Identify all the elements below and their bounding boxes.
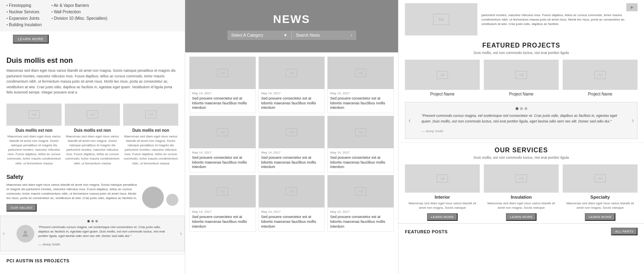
p3-testimonial-author: — Jenny Smith bbox=[421, 129, 443, 133]
service-desc-interior: Maecenas sed diam eget risus varius blan… bbox=[405, 201, 480, 210]
safety-title: Safety bbox=[6, 174, 137, 180]
p3-dot-1[interactable] bbox=[516, 107, 518, 110]
top-text-block: ▶ parturient montes, nascetur ridiculus … bbox=[481, 3, 638, 35]
news-body-3: May 14, 2017 Sed posuere consectetur est… bbox=[328, 89, 394, 113]
featured-header: FEATURED PROJECTS Duis mollis, est non c… bbox=[398, 37, 644, 57]
dot-3[interactable] bbox=[95, 220, 98, 222]
service-btn-insulation[interactable]: LEARN MORE bbox=[506, 213, 537, 221]
news-ad-icon-1: Ad bbox=[217, 69, 228, 77]
card-desc-2: Maecenas sed diam eget risus varius blan… bbox=[65, 134, 120, 166]
service-btn-interior[interactable]: LEARN MORE bbox=[427, 213, 458, 221]
news-ad-icon-3: Ad bbox=[355, 69, 366, 77]
card-1: Ad Duis mollis est non Maecenas sed diam… bbox=[6, 104, 62, 166]
news-card-3[interactable]: Ad May 14, 2017 Sed posuere consectetur … bbox=[327, 56, 394, 113]
project-image-1: Ad bbox=[405, 60, 480, 90]
news-title: NEWS bbox=[273, 13, 310, 26]
card-2: Ad Duis mollis est non Maecenas sed diam… bbox=[65, 104, 120, 166]
hero-text: Maecenas sed diam eget risus varius blan… bbox=[6, 68, 178, 95]
news-card-1[interactable]: Ad May 14, 2017 Sed posuere consectetur … bbox=[189, 56, 256, 113]
news-date-4: May 14, 2017 bbox=[192, 151, 253, 154]
service-insulation: Ad Insulation Maecenas sed diam eget ris… bbox=[484, 164, 559, 221]
safety-section: Safety Maecenas sed diam eget risus vari… bbox=[0, 170, 185, 213]
dot-2[interactable] bbox=[91, 220, 94, 222]
news-image-6: Ad bbox=[328, 116, 394, 148]
news-title-9: Sed posuere consectetur est at lobortis … bbox=[330, 215, 391, 229]
news-image-7: Ad bbox=[190, 175, 256, 208]
card-ad-icon-2: Ad bbox=[87, 110, 98, 118]
p3-testimonial-next-button[interactable]: › bbox=[632, 117, 634, 124]
news-title-4: Sed posuere consectetur est at lobortis … bbox=[192, 156, 253, 170]
testimonial-dots bbox=[17, 220, 168, 222]
nav-item-expansion[interactable]: Expansion Joints bbox=[6, 15, 41, 22]
news-date-9: May 14, 2017 bbox=[330, 210, 391, 214]
p3-testimonial-text: "Present commodo cursus magna, vel scele… bbox=[421, 113, 621, 134]
news-title-3: Sed posuere consectetur est at lobortis … bbox=[330, 96, 391, 110]
news-card-7[interactable]: Ad May 14, 2017 Sed posuere consectetur … bbox=[189, 175, 256, 232]
p3-dot-3[interactable] bbox=[524, 107, 527, 110]
service-interior: Ad Interior Maecenas sed diam eget risus… bbox=[405, 164, 480, 221]
p3-testimonial-prev-button[interactable]: ‹ bbox=[409, 117, 411, 124]
service-btn-specialty[interactable]: LEARN MORE bbox=[585, 213, 616, 221]
our-values-button[interactable]: OUR VALUES bbox=[6, 204, 37, 212]
news-card-9[interactable]: Ad May 14, 2017 Sed posuere consectetur … bbox=[327, 175, 394, 232]
search-input-container[interactable]: Search News › bbox=[291, 31, 356, 40]
nav-item-insulation[interactable]: Building Insulation bbox=[6, 22, 41, 28]
p3-testimonial-dots bbox=[421, 107, 621, 110]
panel-left: Firestopping Nuclear Services Expansion … bbox=[0, 0, 185, 274]
testimonial-inner: "Present commodo cursus magna, vel scele… bbox=[17, 225, 168, 247]
hero-section: Duis mollis est non Maecenas sed diam eg… bbox=[0, 50, 185, 99]
panel-center: NEWS Select A Category ▼ Search News › A… bbox=[185, 0, 398, 274]
safety-circles bbox=[142, 174, 178, 212]
nav-item-div10[interactable]: Division 10 (Misc. Specialties) bbox=[51, 15, 107, 22]
chevron-down-icon: ▼ bbox=[283, 33, 287, 37]
news-image-2: Ad bbox=[259, 57, 325, 89]
nav-item-wall[interactable]: Wall Protection bbox=[51, 9, 107, 15]
news-date-1: May 14, 2017 bbox=[192, 91, 253, 95]
services-subtitle: Duis mollis, est non commodo luctus, nis… bbox=[405, 156, 638, 160]
nav-item-nuclear[interactable]: Nuclear Services bbox=[6, 9, 41, 15]
news-body-2: May 14, 2017 Sed posuere consectetur est… bbox=[259, 89, 325, 113]
news-date-7: May 14, 2017 bbox=[192, 210, 253, 214]
news-ad-icon-9: Ad bbox=[355, 187, 366, 195]
project-card-1[interactable]: Ad Project Name bbox=[405, 60, 480, 96]
news-body-8: May 14, 2017 Sed posuere consectetur est… bbox=[259, 208, 325, 231]
news-title-5: Sed posuere consectetur est at lobortis … bbox=[261, 156, 322, 170]
testimonial-prev-button[interactable]: ‹ bbox=[3, 230, 5, 237]
dot-1[interactable] bbox=[87, 220, 90, 222]
service-desc-specialty: Maecenas sed diam eget risus varius blan… bbox=[563, 201, 638, 210]
category-select[interactable]: Select A Category ▼ bbox=[227, 31, 292, 40]
nav-columns: Firestopping Nuclear Services Expansion … bbox=[0, 0, 185, 31]
project-card-3[interactable]: Ad Project Name bbox=[563, 60, 638, 96]
svg-point-0 bbox=[24, 230, 27, 233]
news-card-6[interactable]: Ad May 14, 2017 Sed posuere consectetur … bbox=[327, 116, 394, 172]
featured-subtitle: Duis mollis, est non commodo luctus, nis… bbox=[405, 51, 638, 55]
news-card-5[interactable]: Ad May 14, 2017 Sed posuere consectetur … bbox=[258, 116, 325, 172]
learn-more-button[interactable]: LEARN MORE bbox=[13, 35, 49, 44]
all-parts-button[interactable]: ALL PARTS bbox=[611, 228, 638, 235]
service-name-specialty: Specialty bbox=[563, 195, 638, 199]
news-date-8: May 14, 2017 bbox=[261, 210, 322, 214]
service-ad-icon-2: Ad bbox=[516, 174, 527, 183]
news-grid: Ad May 14, 2017 Sed posuere consectetur … bbox=[185, 52, 398, 236]
card-image-1: Ad bbox=[6, 104, 62, 126]
nav-item-firestopping[interactable]: Firestopping bbox=[6, 2, 41, 9]
safety-text: Safety Maecenas sed diam eget risus vari… bbox=[6, 174, 137, 212]
service-ad-icon-1: Ad bbox=[437, 174, 448, 183]
news-card-4[interactable]: Ad May 14, 2017 Sed posuere consectetur … bbox=[189, 116, 256, 172]
news-body-1: May 14, 2017 Sed posuere consectetur est… bbox=[190, 89, 256, 113]
nav-item-air[interactable]: Air & Vapor Barriers bbox=[51, 2, 107, 9]
news-card-2[interactable]: Ad May 14, 2017 Sed posuere consectetur … bbox=[258, 56, 325, 113]
news-body-6: May 14, 2017 Sed posuere consectetur est… bbox=[328, 148, 394, 172]
video-play-icon[interactable]: ▶ bbox=[626, 3, 638, 11]
project-card-2[interactable]: Ad Project Name bbox=[484, 60, 559, 96]
news-title-7: Sed posuere consectetur est at lobortis … bbox=[192, 215, 253, 229]
p3-dot-2[interactable] bbox=[520, 107, 523, 110]
news-card-8[interactable]: Ad May 14, 2017 Sed posuere consectetur … bbox=[258, 175, 325, 232]
project-name-1: Project Name bbox=[405, 92, 480, 96]
footer-label: PCI AUSTIN ISS PROJECTS bbox=[0, 254, 185, 267]
top-image: Ad bbox=[405, 3, 477, 35]
hero-title: Duis mollis est non bbox=[6, 56, 178, 65]
card-title-2: Duis mollis est non bbox=[65, 128, 120, 133]
news-ad-icon-7: Ad bbox=[217, 187, 228, 195]
testimonial-next-button[interactable]: › bbox=[180, 230, 182, 237]
